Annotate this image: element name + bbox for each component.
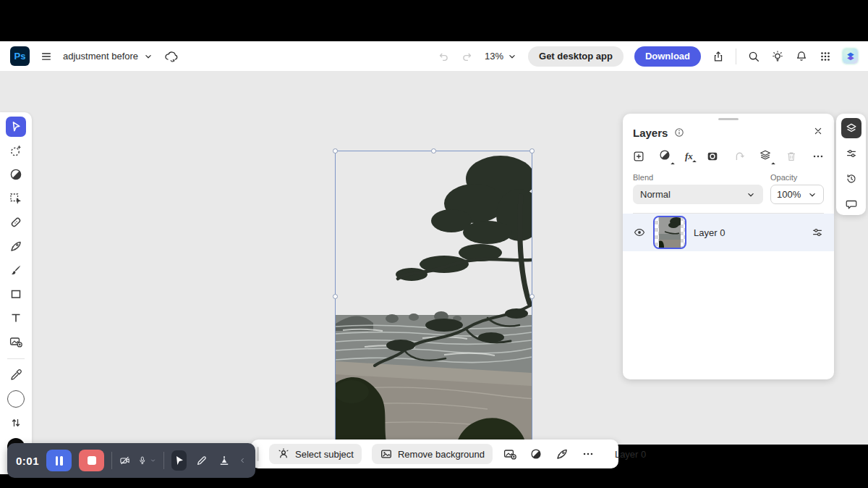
cloud-sync-icon[interactable]: [163, 50, 179, 63]
pause-recording-button[interactable]: [46, 450, 72, 471]
zoom-level-dropdown[interactable]: 13%: [485, 51, 517, 62]
sliders-icon: [845, 147, 858, 160]
history-panel-tab[interactable]: [841, 169, 861, 189]
add-layer-icon[interactable]: [632, 150, 645, 163]
fx-icon[interactable]: fx: [685, 151, 693, 162]
more-options-icon[interactable]: [812, 150, 825, 163]
apps-grid-icon[interactable]: [819, 50, 832, 63]
properties-panel-tab[interactable]: [841, 143, 861, 164]
panel-rail: [836, 114, 866, 215]
bell-icon[interactable]: [795, 50, 808, 63]
trash-icon[interactable]: [785, 150, 798, 163]
clip-icon[interactable]: [733, 150, 746, 163]
opacity-select[interactable]: 100%: [770, 185, 824, 204]
layer-stack-icon[interactable]: [759, 148, 772, 164]
camera-off-icon[interactable]: [119, 453, 130, 468]
recording-bar-divider: [111, 452, 112, 469]
layer-thumbnail[interactable]: [653, 216, 686, 249]
selection-handle-mid-right[interactable]: [529, 294, 535, 299]
transform-select-tool[interactable]: [6, 188, 26, 209]
quick-select-tool[interactable]: [6, 140, 26, 161]
transform-icon: [9, 191, 23, 206]
get-desktop-app-button[interactable]: Get desktop app: [528, 46, 624, 67]
stop-recording-button[interactable]: [79, 450, 104, 471]
recording-timer: 0:01: [16, 455, 39, 467]
selection-handle-top-right[interactable]: [529, 148, 535, 153]
type-icon: [9, 311, 23, 325]
layers-panel: Layers fx Blend Opacity Normal: [623, 114, 834, 379]
selection-handle-mid-left[interactable]: [333, 294, 338, 299]
layer-row-layer0[interactable]: Layer 0: [623, 214, 834, 251]
layer-properties-sliders-icon[interactable]: [811, 226, 824, 239]
topbar-divider: [736, 49, 736, 64]
contextual-task-bar: Select subject Remove background Layer 0: [251, 439, 618, 468]
select-subject-button[interactable]: Select subject: [269, 444, 362, 464]
layer-visibility-eye-icon[interactable]: [633, 226, 646, 239]
swap-arrows-icon: [9, 416, 23, 430]
download-button[interactable]: Download: [634, 46, 701, 67]
layers-panel-tab[interactable]: [841, 118, 861, 138]
comment-bubble-icon: [845, 198, 858, 211]
add-image-icon[interactable]: [503, 447, 517, 461]
context-bar-drag-handle[interactable]: [257, 447, 259, 461]
recording-bar-divider: [163, 452, 164, 469]
search-button[interactable]: [747, 50, 760, 63]
chevron-down-icon[interactable]: [150, 456, 156, 465]
spotlight-icon: [218, 454, 231, 467]
type-tool[interactable]: [6, 308, 26, 328]
adjust-icon[interactable]: [529, 447, 542, 460]
screenshot-root: Ps adjustment before 13% Get desktop app…: [0, 0, 868, 488]
rectangle-icon: [9, 287, 23, 301]
chevron-left-collapse-icon[interactable]: [239, 455, 247, 466]
adjustment-icon[interactable]: [658, 148, 671, 164]
blend-mode-select[interactable]: Normal: [633, 185, 763, 204]
panel-drag-handle[interactable]: [718, 118, 739, 120]
eyedropper-tool[interactable]: [6, 365, 26, 385]
info-icon[interactable]: [673, 127, 685, 138]
microphone-icon[interactable]: [137, 454, 148, 467]
adjust-tool[interactable]: [6, 164, 26, 185]
photoshop-logo[interactable]: Ps: [10, 46, 30, 66]
document-title-menu[interactable]: adjustment before: [63, 51, 153, 62]
brush-tool[interactable]: [6, 260, 26, 280]
blend-mode-value: Normal: [640, 189, 671, 200]
selection-handle-top-center[interactable]: [431, 148, 436, 153]
redo-button[interactable]: [461, 50, 474, 63]
person-select-icon: [277, 447, 290, 460]
toolbar-divider: [7, 358, 25, 359]
extension-logo-icon[interactable]: [843, 49, 858, 64]
mask-icon[interactable]: [706, 150, 719, 163]
generate-rocket-icon[interactable]: [555, 447, 569, 461]
background-color-swatch[interactable]: [6, 389, 26, 409]
heal-tool[interactable]: [6, 212, 26, 232]
tool-bar: [0, 112, 32, 474]
bandaid-icon: [9, 215, 23, 230]
generate-tool[interactable]: [6, 236, 26, 256]
ps-badge-text: Ps: [14, 51, 26, 62]
shape-tool[interactable]: [6, 284, 26, 304]
canvas-image[interactable]: [336, 151, 532, 442]
annotation-pencil-tool[interactable]: [194, 450, 209, 471]
swap-colors-button[interactable]: [6, 413, 26, 433]
lightbulb-icon[interactable]: [771, 50, 784, 63]
annotation-cursor-tool[interactable]: [171, 450, 187, 471]
cursor-icon: [9, 119, 23, 134]
hamburger-menu-button[interactable]: [40, 50, 53, 63]
close-panel-button[interactable]: [812, 125, 824, 140]
blend-label: Blend: [633, 173, 653, 182]
chevron-down-icon: [746, 190, 756, 200]
photoshop-web-app: Ps adjustment before 13% Get desktop app…: [0, 41, 868, 445]
chevron-down-icon: [807, 190, 817, 200]
comments-panel-tab[interactable]: [841, 194, 861, 214]
remove-background-button[interactable]: Remove background: [372, 444, 493, 464]
undo-button[interactable]: [437, 50, 450, 63]
add-image-tool[interactable]: [6, 332, 26, 352]
add-image-icon: [9, 335, 23, 349]
share-button[interactable]: [712, 50, 725, 63]
selection-handle-top-left[interactable]: [333, 148, 338, 153]
move-tool[interactable]: [6, 117, 26, 137]
more-options-icon[interactable]: [582, 447, 595, 460]
screen-recording-toolbar: 0:01: [7, 443, 255, 478]
layer-name: Layer 0: [694, 227, 725, 238]
annotation-spotlight-tool[interactable]: [216, 450, 231, 471]
